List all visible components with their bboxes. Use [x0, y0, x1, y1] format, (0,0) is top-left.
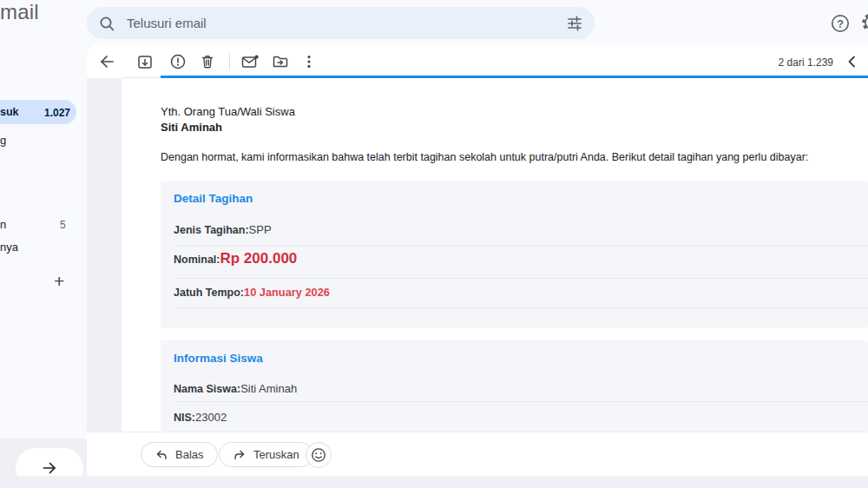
row-nis: NIS:23002 — [174, 411, 227, 424]
toolbar-separator — [229, 53, 230, 70]
more-options-icon[interactable] — [298, 50, 320, 73]
row-value-due-date: 10 January 2026 — [244, 286, 330, 299]
pagination-text: 2 dari 1.239 — [779, 56, 833, 69]
reply-button-label: Balas — [175, 448, 204, 461]
section-informasi-siswa: Informasi Siswa Nama Siswa:Siti Aminah N… — [161, 340, 868, 432]
row-value: SPP — [249, 223, 272, 236]
forward-arrow-icon — [233, 448, 247, 461]
add-label-button[interactable]: + — [54, 271, 64, 292]
email-recipient-name: Siti Aminah — [161, 121, 222, 134]
email-intro-paragraph: Dengan hormat, kami informasikan bahwa t… — [161, 151, 808, 163]
search-filters-icon[interactable] — [566, 15, 583, 32]
row-label: NIS: — [174, 412, 195, 424]
gmail-screen: mail Telusuri email ? suk 1.027 g n 5 ny… — [0, 0, 868, 488]
row-value: 23002 — [195, 411, 227, 424]
mail-card: 2 dari 1.239 Yth. Orang Tua/Wali Siswa S… — [87, 43, 868, 476]
sidebar-item-more[interactable]: nya — [0, 241, 18, 254]
smiley-icon — [311, 447, 326, 463]
forward-button-label: Teruskan — [253, 448, 299, 461]
move-to-folder-icon[interactable] — [269, 50, 292, 73]
section-detail-tagihan: Detail Tagihan Jenis Tagihan:SPP Nominal… — [161, 181, 868, 328]
row-jenis-tagihan: Jenis Tagihan:SPP — [174, 223, 272, 236]
delete-trash-icon[interactable] — [196, 50, 219, 73]
sidebar-item-starred[interactable]: g — [0, 134, 6, 147]
gmail-logo-text[interactable]: mail — [0, 0, 39, 24]
sidebar-item-count: 5 — [60, 219, 66, 231]
row-nominal: Nominal:Rp 200.000 — [174, 250, 297, 267]
svg-text:?: ? — [837, 18, 844, 30]
row-nama-siswa: Nama Siswa:Siti Aminah — [174, 382, 297, 395]
email-left-gutter — [87, 78, 122, 432]
reply-action-bar: Balas Teruskan — [87, 432, 868, 477]
row-label: Nominal: — [174, 254, 220, 266]
settings-gear-icon[interactable] — [860, 11, 868, 34]
row-divider — [174, 401, 868, 402]
row-label: Jenis Tagihan: — [174, 224, 249, 236]
search-input[interactable]: Telusuri email — [87, 7, 595, 39]
mark-unread-icon[interactable] — [239, 50, 261, 73]
row-divider — [174, 307, 868, 308]
section-title: Informasi Siswa — [174, 352, 263, 365]
report-spam-icon[interactable] — [167, 50, 189, 73]
search-icon — [98, 15, 115, 32]
sidebar-item-label-n[interactable]: n — [0, 218, 6, 231]
sidebar-item-count: 1.027 — [44, 107, 70, 119]
row-value: Siti Aminah — [240, 382, 297, 395]
row-label: Jatuh Tempo: — [174, 287, 244, 299]
back-arrow-icon[interactable] — [95, 50, 118, 73]
reply-button[interactable]: Balas — [141, 442, 218, 467]
row-divider — [174, 278, 868, 279]
chevron-left-icon[interactable] — [842, 51, 863, 72]
search-placeholder: Telusuri email — [127, 16, 207, 30]
emoji-reaction-button[interactable] — [306, 442, 332, 468]
row-jatuh-tempo: Jatuh Tempo:10 January 2026 — [174, 286, 330, 299]
section-title: Detail Tagihan — [174, 192, 253, 205]
sidebar-item-label: suk — [0, 106, 19, 118]
email-blue-top-border — [161, 76, 868, 78]
email-salutation: Yth. Orang Tua/Wali Siswa — [161, 105, 295, 118]
right-arrow-icon — [41, 459, 58, 477]
reply-arrow-icon — [155, 448, 168, 461]
forward-button[interactable]: Teruskan — [219, 442, 313, 467]
help-icon[interactable]: ? — [829, 12, 852, 35]
bottom-background-strip — [0, 476, 868, 488]
sidebar-item-inbox[interactable]: suk 1.027 — [0, 100, 76, 124]
row-divider — [174, 246, 868, 247]
archive-icon[interactable] — [134, 50, 156, 73]
row-label: Nama Siswa: — [174, 383, 240, 395]
row-value-nominal: Rp 200.000 — [220, 250, 297, 267]
